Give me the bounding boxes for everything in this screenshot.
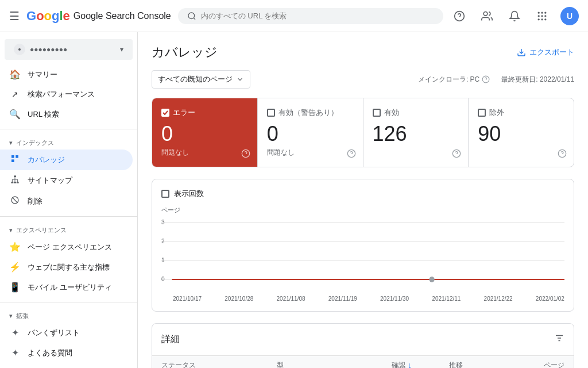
metric-card-warning[interactable]: 有効（警告あり） 0 問題なし: [258, 98, 363, 167]
valid-help-icon[interactable]: [452, 149, 461, 160]
sidebar-divider-3: [0, 302, 137, 302]
error-help-icon[interactable]: [241, 149, 250, 160]
app-name: Google Search Console: [74, 11, 171, 21]
sidebar: ●●●●●●●●● ▾ 🏠 サマリー ↗ 検索パフォーマンス 🔍 URL 検索 …: [0, 32, 138, 368]
search-bar[interactable]: [178, 8, 443, 24]
svg-point-49: [429, 277, 434, 282]
details-header: 詳細: [152, 324, 574, 355]
col-confirm-header[interactable]: 確認 ↓: [392, 361, 449, 368]
sort-desc-icon: ↓: [408, 361, 412, 368]
sidebar-item-delete[interactable]: 削除: [0, 191, 133, 212]
error-status: 問題なし: [161, 148, 248, 158]
sidebar-divider-2: [0, 216, 137, 217]
svg-point-4: [483, 12, 488, 16]
sidebar-item-faq[interactable]: ✦ よくある質問: [0, 343, 133, 363]
details-title: 詳細: [161, 334, 180, 346]
x-labels: 2021/10/17 2021/10/28 2021/11/08 2021/11…: [161, 296, 564, 302]
x-label-1: 2021/10/28: [225, 296, 253, 302]
filter-row: すべての既知のページ メインクローラ: PC 最終更新日: 2022/01/11: [152, 70, 574, 89]
error-checkbox[interactable]: [161, 109, 169, 117]
sidebar-label-page-experience: ページ エクスペリエンス: [28, 242, 112, 252]
experience-collapse-icon[interactable]: ▾: [9, 227, 13, 234]
error-value: 0: [161, 122, 248, 145]
chart-checkbox[interactable]: [161, 190, 169, 198]
index-section: ▾ インデックス カバレッジ サイトマップ 削除: [0, 132, 137, 214]
svg-rect-20: [14, 182, 16, 183]
chart-title: 表示回数: [174, 189, 204, 199]
section-collapse-icon[interactable]: ▾: [9, 139, 13, 147]
crawler-help-icon[interactable]: [482, 75, 490, 83]
extensions-collapse-icon[interactable]: ▾: [9, 312, 13, 320]
svg-text:1: 1: [161, 256, 165, 263]
property-name: ●●●●●●●●●: [30, 45, 115, 53]
svg-point-11: [538, 18, 540, 20]
filter-left: すべての既知のページ: [152, 70, 250, 89]
sidebar-item-search-performance[interactable]: ↗ 検索パフォーマンス: [0, 85, 133, 104]
export-button[interactable]: エクスポート: [517, 47, 574, 57]
x-label-2: 2021/11/08: [277, 296, 305, 302]
valid-checkbox[interactable]: [373, 109, 381, 117]
details-filter-icon[interactable]: [554, 333, 564, 346]
table-header: ステータス 型 確認 ↓ 推移 ページ: [152, 355, 574, 368]
home-icon: 🏠: [9, 69, 21, 80]
extensions-section: ▾ 拡張 ✦ パンくずリスト ✦ よくある質問 ✦ サイトリンク検索ボックス: [0, 305, 137, 368]
svg-text:3: 3: [161, 218, 165, 225]
warning-checkbox[interactable]: [267, 109, 275, 117]
metric-card-valid[interactable]: 有効 126: [363, 98, 469, 167]
filter-dropdown-label: すべての既知のページ: [158, 74, 233, 85]
svg-rect-18: [14, 175, 16, 177]
sidebar-item-summary[interactable]: 🏠 サマリー: [0, 64, 133, 85]
svg-line-1: [194, 18, 195, 20]
last-updated-label: 最終更新日: 2022/01/11: [501, 75, 574, 85]
web-vitals-icon: ⚡: [9, 262, 21, 273]
metric-card-excluded[interactable]: 除外 90: [469, 98, 574, 167]
x-label-6: 2021/12/22: [484, 296, 513, 302]
y-axis-label: ページ: [161, 206, 564, 214]
metric-card-error[interactable]: エラー 0 問題なし: [152, 98, 258, 167]
accounts-icon[interactable]: [478, 7, 496, 25]
experience-section-label: ▾ エクスペリエンス: [0, 221, 137, 237]
valid-card-header: 有効: [373, 108, 459, 118]
svg-text:0: 0: [161, 275, 165, 282]
user-avatar[interactable]: U: [560, 7, 579, 25]
svg-point-10: [544, 15, 546, 17]
sidebar-item-sitemap[interactable]: サイトマップ: [0, 170, 133, 191]
checkmark-icon: [163, 110, 168, 116]
warning-help-icon[interactable]: [347, 149, 356, 160]
nav-icons: U: [450, 7, 579, 25]
valid-value: 126: [373, 122, 459, 145]
sidebar-label-coverage: カバレッジ: [28, 155, 65, 165]
sidebar-label-sitemap: サイトマップ: [28, 175, 72, 186]
notifications-icon[interactable]: [505, 7, 524, 25]
svg-point-0: [188, 13, 195, 19]
sidebar-item-breadcrumbs[interactable]: ✦ パンくずリスト: [0, 323, 133, 343]
x-label-3: 2021/11/19: [328, 296, 357, 302]
sidebar-divider-1: [0, 129, 137, 129]
excluded-help-icon[interactable]: [558, 149, 567, 160]
sidebar-label-search-performance: 検索パフォーマンス: [28, 89, 95, 99]
sidebar-item-sitelinks[interactable]: ✦ サイトリンク検索ボックス: [0, 363, 133, 368]
sidebar-item-coverage[interactable]: カバレッジ: [0, 150, 133, 170]
chart-area: ページ 3 2 1 0 2: [161, 206, 564, 302]
page-title: カバレッジ: [152, 44, 218, 61]
sidebar-item-url-inspection[interactable]: 🔍 URL 検索: [0, 104, 133, 124]
main-layout: ●●●●●●●●● ▾ 🏠 サマリー ↗ 検索パフォーマンス 🔍 URL 検索 …: [0, 32, 588, 368]
page-filter-dropdown[interactable]: すべての既知のページ: [152, 70, 250, 89]
hamburger-menu[interactable]: ☰: [9, 9, 20, 23]
excluded-card-header: 除外: [478, 108, 564, 118]
excluded-label: 除外: [489, 108, 504, 118]
svg-rect-15: [11, 155, 14, 158]
property-selector[interactable]: ●●●●●●●●● ▾: [5, 39, 133, 60]
metric-cards: エラー 0 問題なし 有効（警告あり） 0 問題なし: [152, 98, 574, 167]
search-input[interactable]: [201, 12, 434, 20]
sitemap-icon: [9, 175, 21, 186]
sidebar-item-mobile-usability[interactable]: 📱 モバイル ユーザビリティ: [0, 277, 133, 297]
sidebar-item-page-experience[interactable]: ⭐ ページ エクスペリエンス: [0, 237, 133, 257]
excluded-checkbox[interactable]: [478, 109, 486, 117]
svg-rect-16: [11, 159, 14, 162]
sidebar-label-summary: サマリー: [28, 70, 57, 80]
sidebar-item-web-vitals[interactable]: ⚡ ウェブに関する主な指標: [0, 257, 133, 277]
help-icon[interactable]: [450, 7, 469, 25]
sidebar-label-delete: 削除: [28, 196, 42, 206]
apps-icon[interactable]: [533, 7, 551, 25]
